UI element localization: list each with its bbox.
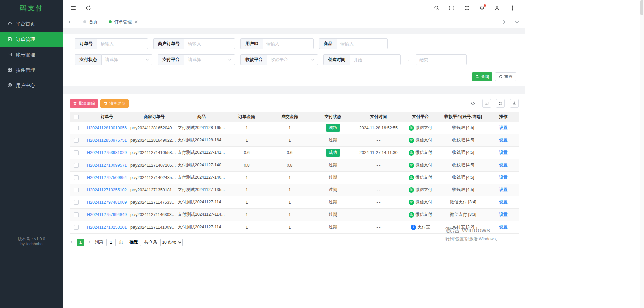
- col-pay-status: 支付状态: [311, 112, 355, 122]
- tab-label: 首页: [89, 19, 98, 25]
- user-avatar-icon[interactable]: [494, 5, 500, 11]
- pay-platform-select[interactable]: 请选择: [184, 54, 235, 65]
- tab-close-icon[interactable]: [135, 20, 138, 23]
- row-settings-link[interactable]: 设置: [499, 225, 507, 229]
- user-id-input[interactable]: [263, 38, 314, 49]
- export-download-icon[interactable]: [510, 99, 519, 108]
- order-no-input[interactable]: [97, 38, 148, 49]
- row-settings-link[interactable]: 设置: [499, 150, 507, 155]
- status-badge: 过期: [329, 225, 337, 229]
- row-checkbox[interactable]: [74, 138, 79, 143]
- deal-amount: 1: [268, 134, 311, 146]
- row-settings-link[interactable]: 设置: [499, 175, 507, 180]
- date-end-input[interactable]: [416, 54, 467, 65]
- row-checkbox[interactable]: [74, 188, 79, 192]
- refresh-page-icon[interactable]: [85, 5, 91, 11]
- row-checkbox[interactable]: [74, 175, 79, 180]
- order-no-link[interactable]: H2024112753981029: [87, 150, 127, 155]
- order-no-link[interactable]: H2024112710099571: [87, 163, 127, 168]
- row-settings-link[interactable]: 设置: [499, 138, 507, 142]
- app-window: 码支付 平台首页 订单管理 账号管理 插件管理 用户中心: [0, 0, 525, 308]
- order-amount: 1: [225, 184, 268, 196]
- collect-platform-select[interactable]: 收款平台: [267, 54, 318, 65]
- pagination: 1 到第 页 确定 共 9 条 10 条/页: [70, 234, 519, 250]
- date-start-input[interactable]: [350, 54, 401, 65]
- order-no-link[interactable]: H2024112850975751: [87, 138, 127, 143]
- page-size-select[interactable]: 10 条/页: [160, 239, 183, 246]
- reset-button[interactable]: 重置: [495, 72, 516, 81]
- merchant-no-input[interactable]: [184, 38, 235, 49]
- pay-time: - -: [355, 171, 402, 184]
- order-no-link[interactable]: H2024112710253101: [87, 225, 127, 230]
- clear-expired-button[interactable]: 清空过期: [100, 99, 129, 108]
- tab-home[interactable]: 首页: [78, 16, 103, 28]
- more-options-icon[interactable]: [509, 5, 515, 11]
- row-settings-link[interactable]: 设置: [499, 212, 507, 217]
- search-icon[interactable]: [434, 5, 440, 11]
- platform-icon: 微: [409, 200, 414, 205]
- row-checkbox[interactable]: [74, 150, 79, 155]
- row-checkbox[interactable]: [74, 163, 79, 168]
- row-settings-link[interactable]: 设置: [499, 187, 507, 192]
- clear-expired-label: 清空过期: [109, 101, 125, 106]
- product-input[interactable]: [337, 38, 388, 49]
- fullscreen-icon[interactable]: [449, 5, 455, 11]
- sidebar-item-home[interactable]: 平台首页: [0, 16, 63, 32]
- platform-name: 微信支付: [416, 150, 432, 156]
- column-settings-icon[interactable]: [482, 99, 491, 108]
- filter-product: 商品: [319, 38, 388, 49]
- sidebar-item-orders[interactable]: 订单管理: [0, 32, 63, 47]
- merchant-no-label: 商户订单号: [153, 38, 184, 49]
- sidebar-item-label: 平台首页: [16, 21, 35, 27]
- row-settings-link[interactable]: 设置: [499, 125, 507, 130]
- goto-confirm-button[interactable]: 确定: [127, 239, 141, 246]
- menu-fold-icon[interactable]: [70, 5, 76, 11]
- scrollbar-thumb[interactable]: [640, 0, 643, 15]
- table-refresh-icon[interactable]: [469, 99, 477, 108]
- collect-platform: 微信支付 [3:3]: [438, 208, 488, 221]
- platform-name: 支付宝: [418, 224, 430, 230]
- order-no-link[interactable]: H2024112797509854: [87, 175, 127, 180]
- row-settings-link[interactable]: 设置: [499, 163, 507, 167]
- order-no-link[interactable]: H2024112757994849: [87, 212, 127, 217]
- print-icon[interactable]: [496, 99, 505, 108]
- goto-page-input[interactable]: [106, 239, 116, 246]
- row-checkbox[interactable]: [74, 225, 79, 230]
- status-badge: 成功: [326, 149, 340, 157]
- tabs-scroll-left-icon[interactable]: [66, 18, 73, 26]
- order-no-link[interactable]: H2024112797481009: [87, 200, 127, 205]
- language-globe-icon[interactable]: [464, 5, 470, 11]
- deal-amount: 1: [268, 208, 311, 221]
- search-button[interactable]: 查询: [472, 72, 492, 81]
- row-checkbox[interactable]: [74, 212, 79, 217]
- page-number-button[interactable]: 1: [77, 239, 84, 246]
- merchant-no: pay202411271146303259: [130, 208, 178, 221]
- tabs-menu-icon[interactable]: [513, 18, 521, 26]
- next-page-icon[interactable]: [88, 240, 91, 244]
- order-no-link[interactable]: H2024112710255102: [87, 188, 127, 192]
- notification-badge: [484, 4, 486, 7]
- tab-order-management[interactable]: 订单管理: [103, 16, 143, 28]
- notification-bell-icon[interactable]: [479, 5, 485, 11]
- status-badge: 过期: [329, 212, 337, 217]
- select-all-checkbox[interactable]: [74, 115, 79, 119]
- row-checkbox[interactable]: [74, 126, 79, 130]
- sidebar-item-accounts[interactable]: 账号管理: [0, 47, 63, 63]
- sidebar-item-user-center[interactable]: 用户中心: [0, 78, 63, 94]
- col-order-amount: 订单金额: [225, 112, 268, 122]
- collect-platform: 收钱吧 [4:5]: [438, 122, 488, 134]
- row-settings-link[interactable]: 设置: [499, 200, 507, 204]
- status-badge: 过期: [329, 138, 337, 142]
- tabs-scroll-right-icon[interactable]: [500, 18, 508, 26]
- order-no-link[interactable]: H2024112810010056: [87, 126, 127, 130]
- prev-page-icon[interactable]: [70, 240, 73, 244]
- goto-label: 到第: [95, 239, 103, 245]
- pay-status-select[interactable]: 请选择: [101, 54, 152, 65]
- platform-icon: 微: [409, 138, 414, 143]
- row-checkbox[interactable]: [74, 200, 79, 205]
- batch-delete-button[interactable]: 批量删除: [70, 99, 98, 108]
- sidebar-item-plugins[interactable]: 插件管理: [0, 63, 63, 78]
- sidebar-menu: 平台首页 订单管理 账号管理 插件管理 用户中心: [0, 16, 63, 94]
- version-info: 版本号：v1.0.0 by techhaha: [0, 237, 63, 247]
- product: 支付测试20241128-165...: [178, 122, 225, 134]
